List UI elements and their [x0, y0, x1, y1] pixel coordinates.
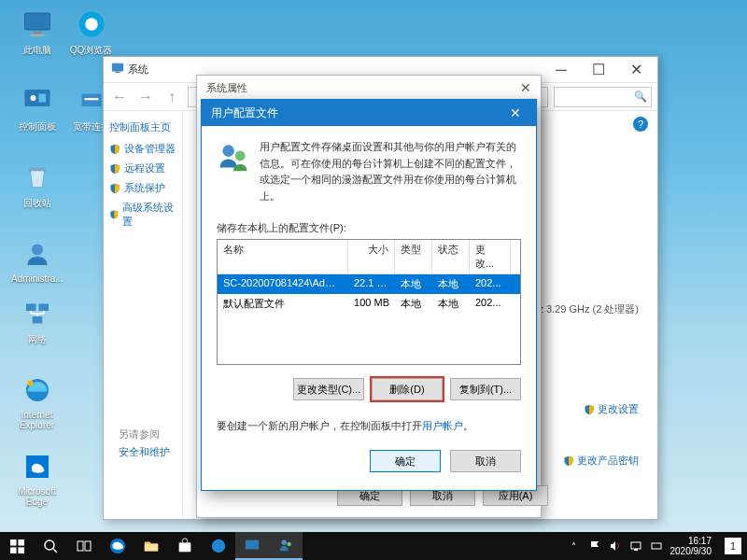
cancel-button[interactable]: 取消 [450, 450, 521, 472]
table-row[interactable]: 默认配置文件 100 MB 本地 本地 202... [218, 294, 520, 314]
up-button[interactable]: ↑ [162, 87, 182, 107]
taskbar-ie-icon[interactable] [202, 532, 235, 560]
desktop-icon-control-panel[interactable]: 控制面板 [11, 84, 63, 133]
ie-icon [21, 373, 54, 407]
svg-rect-22 [10, 539, 17, 546]
desktop-icon-ie[interactable]: Internet Explorer [11, 373, 63, 430]
svg-point-35 [287, 542, 291, 547]
note-suffix: 。 [463, 420, 473, 431]
svg-point-11 [32, 245, 43, 256]
user-folder-icon [21, 237, 54, 271]
sidebar-link-remote[interactable]: 远程设置 [109, 161, 176, 175]
col-name[interactable]: 名称 [218, 240, 348, 273]
desktop-icon-this-pc[interactable]: 此电脑 [11, 7, 63, 57]
search-input[interactable]: 🔍 [554, 87, 652, 107]
desktop-icon-recycle-bin[interactable]: 回收站 [11, 161, 63, 210]
icon-label: 网络 [28, 334, 47, 344]
svg-point-16 [27, 381, 33, 386]
change-product-key-link[interactable]: 更改产品密钥 [563, 454, 639, 468]
back-button[interactable]: ← [109, 87, 130, 107]
app-icon [111, 62, 124, 78]
svg-rect-19 [115, 71, 120, 73]
forward-button[interactable]: → [135, 87, 156, 107]
dialog-titlebar[interactable]: 系统属性 ✕ [197, 76, 541, 100]
icon-label: QQ浏览器 [70, 45, 113, 55]
cell-name: 默认配置文件 [218, 294, 348, 314]
system-tray: ˄ 16:17 2020/9/30 1 [568, 532, 748, 560]
desktop-icon-qq-browser[interactable]: QQ浏览器 [65, 7, 117, 57]
start-button[interactable] [0, 532, 34, 560]
svg-point-20 [222, 145, 234, 157]
user-profile-icon [217, 139, 250, 173]
user-accounts-link[interactable]: 用户帐户 [422, 420, 463, 431]
svg-rect-36 [631, 542, 641, 549]
tray-chevron-up-icon[interactable]: ˄ [568, 539, 581, 553]
taskbar-clock[interactable]: 16:17 2020/9/30 [670, 536, 712, 556]
security-maintenance-link[interactable]: 安全和维护 [119, 445, 170, 459]
minimize-button[interactable]: ─ [547, 61, 575, 79]
icon-label: 此电脑 [23, 45, 51, 55]
change-type-button[interactable]: 更改类型(C)... [293, 378, 364, 400]
taskbar-edge-icon[interactable] [101, 532, 134, 560]
icon-label: 控制面板 [19, 121, 56, 132]
taskbar-store-icon[interactable] [168, 532, 202, 560]
maximize-button[interactable]: ☐ [585, 61, 613, 79]
taskbar-explorer-icon[interactable] [134, 532, 168, 560]
dialog-titlebar[interactable]: 用户配置文件 ✕ [202, 100, 536, 126]
close-icon[interactable]: ✕ [504, 105, 527, 120]
window-title: 系统 [128, 63, 148, 77]
task-view-icon[interactable] [67, 532, 101, 560]
svg-rect-37 [634, 549, 638, 551]
taskbar-users-icon[interactable] [269, 532, 303, 560]
table-header: 名称 大小 类型 状态 更改... [218, 240, 520, 274]
tray-volume-icon[interactable] [609, 539, 622, 553]
svg-rect-7 [38, 94, 46, 103]
col-type[interactable]: 类型 [395, 240, 432, 273]
col-size[interactable]: 大小 [348, 240, 395, 273]
svg-rect-1 [33, 32, 41, 35]
svg-rect-33 [246, 540, 259, 550]
profiles-table[interactable]: 名称 大小 类型 状态 更改... SC-202007081424\Admini… [217, 239, 521, 365]
desktop-icon-edge[interactable]: Microsoft Edge [11, 450, 63, 507]
cell-size: 22.1 MB [348, 274, 395, 294]
link-label: 高级系统设置 [122, 201, 176, 229]
shield-icon [109, 163, 120, 175]
svg-rect-10 [29, 168, 46, 172]
taskbar-control-panel-icon[interactable] [235, 532, 269, 560]
icon-label: Internet Explorer [20, 410, 54, 430]
action-center-icon[interactable]: 1 [725, 538, 741, 554]
change-settings-link[interactable]: 更改设置 [584, 402, 639, 416]
search-icon[interactable] [34, 532, 67, 560]
tray-network-icon[interactable] [629, 539, 642, 553]
svg-rect-24 [10, 547, 17, 553]
sidebar-link-protection[interactable]: 系统保护 [109, 181, 176, 195]
copy-to-button[interactable]: 复制到(T)... [450, 378, 521, 400]
col-changed[interactable]: 更改... [470, 240, 511, 273]
svg-point-6 [30, 95, 35, 101]
shield-icon [109, 144, 120, 155]
svg-rect-27 [78, 541, 83, 551]
col-status[interactable]: 状态 [432, 240, 470, 273]
sidebar-link-advanced[interactable]: 高级系统设置 [109, 201, 176, 229]
cell-type: 本地 [395, 274, 432, 294]
desktop-icon-administrator[interactable]: Administra... [11, 237, 63, 284]
close-icon[interactable]: ✕ [520, 80, 531, 95]
table-row[interactable]: SC-202007081424\Admini... 22.1 MB 本地 本地 … [218, 274, 520, 294]
svg-rect-18 [112, 63, 123, 71]
delete-button[interactable]: 删除(D) [372, 378, 443, 400]
taskbar: ˄ 16:17 2020/9/30 1 [0, 532, 747, 560]
note-prefix: 要创建一个新的用户帐户，在控制面板中打开 [217, 420, 422, 431]
sidebar-link-device-manager[interactable]: 设备管理器 [109, 142, 176, 156]
close-button[interactable]: ✕ [622, 61, 650, 79]
svg-point-26 [45, 540, 54, 550]
ok-button[interactable]: 确定 [370, 450, 441, 472]
cell-size: 100 MB [348, 294, 395, 314]
link-label: 更改产品密钥 [577, 454, 639, 468]
tray-flag-icon[interactable] [588, 539, 601, 553]
sidebar-heading: 控制面板主页 [109, 120, 176, 134]
shield-icon [109, 209, 119, 220]
tray-input-icon[interactable] [650, 539, 663, 553]
cell-status: 本地 [432, 294, 470, 314]
desktop-icon-network[interactable]: 网络 [11, 297, 63, 346]
dialog-title: 用户配置文件 [211, 105, 278, 121]
